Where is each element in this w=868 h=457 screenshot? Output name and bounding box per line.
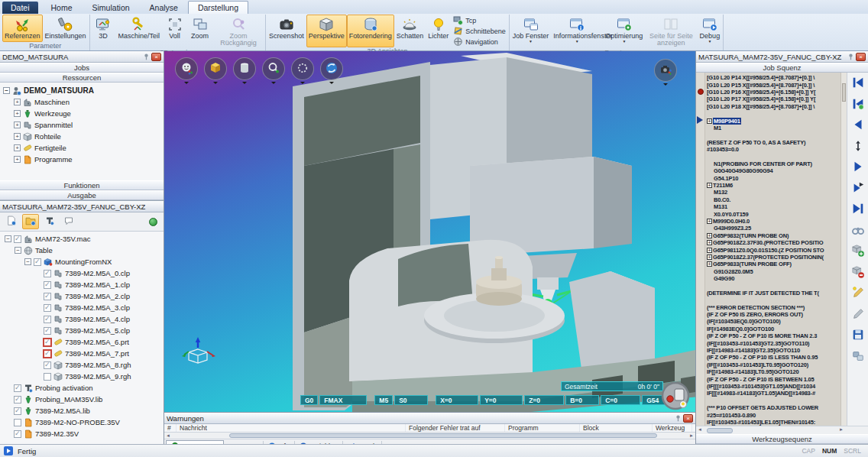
gcode-line[interactable]: #25=#101453-0.890 [707, 411, 840, 418]
job-tree-item[interactable]: 7389-M2.M5A_4.clp [3, 313, 164, 325]
zoom-button[interactable]: Zoom [187, 15, 212, 49]
gcode-line[interactable]: IF[[#14983-#14183]GT2.35]GOTO110 [707, 347, 840, 354]
voll-button[interactable]: Voll [162, 15, 187, 49]
gcode-line[interactable]: +M999D0.0H0.0 [707, 218, 840, 225]
item-checkbox[interactable] [14, 384, 21, 392]
gcode-line[interactable]: (IF[[#103453-#101453]GT2.35]GOTO110) [707, 339, 840, 346]
job-tree-item[interactable]: 7389-M2.M5A_8.rgh [3, 359, 164, 371]
job-tree-item[interactable]: 7389-M2.M5A_1.clp [3, 279, 164, 290]
expand-icon[interactable]: + [14, 133, 21, 140]
gcode-line[interactable]: (IF[[[#103453-#101453]GT1.05]AND[[#1034 [707, 383, 840, 390]
scroll-right-arrow[interactable]: ► [689, 433, 694, 439]
pin-icon[interactable] [143, 53, 150, 61]
gcode-line[interactable]: #103453=0.0 [707, 146, 840, 153]
tree-item-rohteile[interactable]: +Rohteile [3, 131, 164, 142]
collapse-icon[interactable]: − [15, 247, 21, 254]
machine-status-icon[interactable] [661, 381, 690, 410]
gcode-line[interactable]: +G65P9811Z0.0Q0.01S150.(Z POSITION STO [707, 246, 840, 253]
gcode-line[interactable]: (*** P10 OFFSET GETS ADJUSTED LOWER [707, 404, 840, 411]
expand-icon[interactable]: + [707, 240, 712, 245]
item-checkbox[interactable] [44, 339, 51, 346]
gcode-line[interactable]: (RESET Z OF P50 TO 0, AS A SAFETY) [707, 139, 840, 146]
gcode-line[interactable]: G91G28Z0.0M5 [707, 268, 840, 275]
job-tree-item[interactable]: 7389-M2.M5A.lib [3, 405, 164, 416]
tree-item-fertigteile[interactable]: +Fertigteile [3, 142, 164, 154]
optimierung-button[interactable]: Optimierung▼ [603, 15, 645, 49]
gcode-line[interactable]: [G10 L20 P14 X[[#958/25.4]+[8.7087]+[0.]… [707, 74, 840, 81]
gcode-line[interactable] [707, 110, 840, 117]
play-forward-button[interactable] [850, 160, 866, 174]
tree-item-maschinen[interactable]: +Maschinen [3, 96, 164, 108]
scroll-left-arrow[interactable]: ◄ [166, 433, 170, 439]
job-fenster-button[interactable]: Job Fenster▼ [510, 15, 552, 49]
find-block-button[interactable] [850, 224, 866, 238]
gcode-line[interactable]: G54.1P10 [707, 174, 840, 181]
gcode-line[interactable]: G0G40G49G80G90G94 [707, 167, 840, 174]
item-checkbox[interactable] [44, 373, 51, 381]
3d-button[interactable]: 3D [91, 15, 116, 49]
gcode-line[interactable]: +G65P9018Z2.37F30.(PROTECTED POSITIO [707, 239, 840, 246]
gcode-line[interactable]: (IF[#103453EQ0.0]GOTO100) [707, 318, 840, 325]
expand-icon[interactable]: + [707, 233, 712, 238]
gcode-line[interactable]: G49G90 [707, 275, 840, 282]
warnings-column-nachricht[interactable]: Nachricht [177, 424, 406, 432]
item-checkbox[interactable] [44, 281, 51, 289]
job-tree-item[interactable]: Probing_MAM35V.lib [3, 394, 164, 405]
view-orientation-button[interactable] [175, 57, 198, 80]
gcode-line[interactable] [707, 397, 840, 404]
tcp-button[interactable]: Tcp [453, 15, 506, 25]
item-checkbox[interactable] [44, 350, 51, 358]
warnings-column-programm[interactable]: Programm [505, 424, 580, 432]
job-tree-item[interactable]: −Table [3, 245, 164, 256]
job-tree-item[interactable]: 7389-M2.M5A_9.rgh [3, 371, 164, 382]
warnings-column-index[interactable]: # [164, 424, 177, 432]
gcode-line[interactable] [707, 131, 840, 138]
gcode-line[interactable]: N1(PROBING FOR CENTER OF PART) [707, 160, 840, 167]
gcode-line[interactable]: B0.C0. [707, 196, 840, 203]
job-tree-item[interactable]: 7389-M2.M5A_7.prt [3, 348, 164, 359]
expand-icon[interactable]: + [14, 156, 21, 163]
informationsfenster-button[interactable]: Informationsfenster▼ [551, 15, 603, 49]
gcode-line[interactable]: [G10 L20 P18 X[[#958/25.4]+[8.7087]+[0.]… [707, 103, 840, 110]
collapse-icon[interactable]: − [24, 258, 31, 265]
ribbon-tab-darstellung[interactable]: Darstellung [188, 1, 248, 14]
ribbon-tab-home[interactable]: Home [41, 2, 83, 14]
navigation-button[interactable]: Navigation [453, 37, 506, 47]
item-checkbox[interactable] [44, 361, 51, 369]
expand-icon[interactable]: + [707, 248, 712, 253]
item-checkbox[interactable] [34, 258, 41, 266]
item-checkbox[interactable] [44, 316, 51, 323]
gcode-line[interactable]: X0.0Y0.0T159 [707, 210, 840, 217]
skip-to-start-button[interactable] [850, 76, 866, 90]
schatten-button[interactable]: Schatten [394, 15, 426, 47]
sync-windows-button[interactable] [850, 350, 866, 364]
job-tree-item[interactable]: −MountingFromNX [3, 256, 164, 267]
item-checkbox[interactable] [44, 327, 51, 335]
close-icon[interactable]: × [683, 414, 693, 423]
play-range-button[interactable] [850, 140, 866, 154]
close-icon[interactable]: × [151, 53, 161, 61]
section-jobs[interactable]: Jobs [0, 63, 164, 73]
warnings-column-werkzeug[interactable]: Werkzeug [653, 424, 692, 432]
gcode-line[interactable]: G43H999Z3.25 [707, 225, 840, 232]
gcode-line[interactable] [707, 297, 840, 303]
gcode-hscrollbar[interactable]: ◄ ► [696, 426, 868, 434]
job-sequence-header[interactable]: Job Squenz [696, 63, 868, 73]
gcode-line[interactable]: (IF Z OF P50 IS ZERO, ERRORS OUT) [707, 311, 840, 318]
tree-item-spannmittel[interactable]: +Spannmittel [3, 119, 164, 131]
gcode-line[interactable]: (IF Z OF P50 - Z OF P10 IS LESS THAN 0.9… [707, 354, 840, 361]
schnittebene-button[interactable]: Schnittebene [453, 26, 506, 36]
gcode-line[interactable]: (IF Z OF P50 - Z OF P10 IS MORE THAN 2.3 [707, 332, 840, 339]
scrollbar-thumb[interactable] [842, 83, 846, 102]
ribbon-tab-simulation[interactable]: Simulation [83, 2, 140, 14]
scroll-left-arrow[interactable]: ◄ [698, 427, 702, 433]
save-program-button[interactable] [850, 329, 866, 342]
gcode-vscrollbar[interactable] [840, 73, 847, 426]
lichter-button[interactable]: Lichter [426, 15, 451, 47]
expand-icon[interactable]: + [14, 122, 21, 128]
item-checkbox[interactable] [14, 396, 21, 404]
job-tree-item[interactable]: 7389-M2.35V [3, 428, 164, 439]
einstellungen-button[interactable]: Einstellungen [43, 15, 89, 42]
expand-icon[interactable]: + [707, 118, 712, 124]
job-tree-item[interactable]: 7389-M2-NO-PROBE.35V [3, 416, 164, 428]
